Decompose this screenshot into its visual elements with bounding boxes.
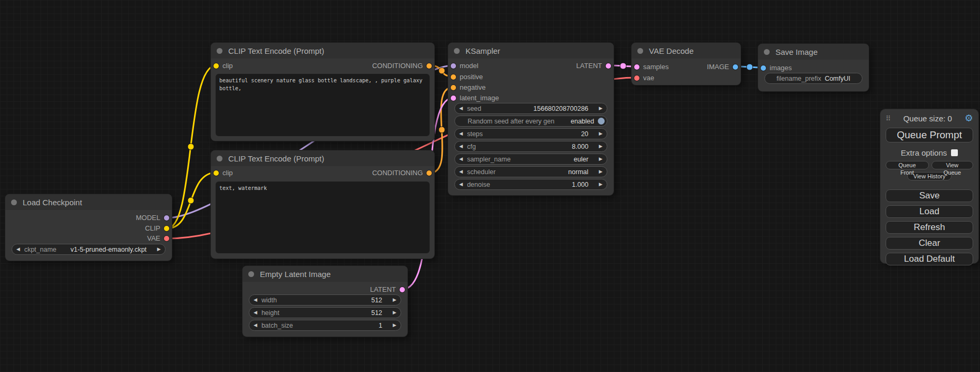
left-arrow-icon[interactable]: ◀: [455, 169, 467, 174]
latent-output-port[interactable]: [400, 287, 405, 292]
vae-output-port[interactable]: [164, 236, 169, 241]
steps-widget[interactable]: ◀ steps 20 ▶: [454, 128, 607, 139]
random-seed-widget[interactable]: Random seed after every gen enabled: [454, 116, 607, 127]
node-title-bar[interactable]: KSampler: [448, 43, 614, 59]
widget-value: 1: [379, 322, 389, 329]
batch-size-widget[interactable]: ◀ batch_size 1 ▶: [249, 320, 401, 331]
toggle-circle-icon[interactable]: [598, 118, 605, 125]
conditioning-output-port[interactable]: [426, 170, 432, 176]
view-history-button[interactable]: View History: [907, 172, 952, 180]
refresh-button[interactable]: Refresh: [886, 221, 973, 234]
wire-midpoint-dot[interactable]: [188, 144, 194, 150]
cfg-widget[interactable]: ◀ cfg 8.000 ▶: [454, 141, 607, 152]
node-collapse-dot[interactable]: [637, 48, 643, 54]
node-collapse-dot[interactable]: [454, 48, 460, 54]
widget-value: 8.000: [572, 143, 595, 150]
filename-prefix-widget[interactable]: filename_prefix ComfyUI: [764, 73, 862, 84]
ckpt-name-widget[interactable]: ◀ ckpt_name v1-5-pruned-emaonly.ckpt ▶: [12, 244, 166, 255]
extra-options-checkbox[interactable]: [951, 149, 958, 156]
right-arrow-icon[interactable]: ▶: [595, 157, 607, 161]
widget-label: width: [261, 297, 277, 304]
right-arrow-icon[interactable]: ▶: [595, 169, 607, 174]
left-arrow-icon[interactable]: ◀: [455, 144, 467, 149]
node-graph-canvas[interactable]: Load Checkpoint MODEL CLIP VAE ◀ ckpt_na…: [0, 0, 980, 372]
latent-image-input-port[interactable]: [451, 96, 456, 101]
node-collapse-dot[interactable]: [764, 49, 770, 55]
wire-midpoint-dot[interactable]: [620, 63, 626, 69]
prompt-text-area[interactable]: text, watermark: [216, 182, 430, 253]
left-arrow-icon[interactable]: ◀: [455, 106, 467, 111]
clear-button[interactable]: Clear: [886, 237, 973, 250]
right-arrow-icon[interactable]: ▶: [389, 323, 401, 328]
queue-prompt-button[interactable]: Queue Prompt: [886, 128, 973, 142]
wire-midpoint-dot[interactable]: [188, 197, 194, 204]
vae-input-port[interactable]: [634, 75, 639, 81]
node-title-bar[interactable]: VAE Decode: [632, 43, 741, 59]
node-collapse-dot[interactable]: [248, 271, 254, 277]
drag-handle-icon[interactable]: ⠿: [886, 115, 891, 122]
prompt-text-area[interactable]: beautiful scenery nature glass bottle la…: [216, 74, 430, 136]
node-clip-text-encode-positive[interactable]: CLIP Text Encode (Prompt) clip CONDITION…: [211, 43, 434, 141]
conditioning-output-port[interactable]: [426, 63, 432, 69]
right-arrow-icon[interactable]: ▶: [595, 131, 607, 136]
left-arrow-icon[interactable]: ◀: [455, 182, 467, 187]
sampler-name-widget[interactable]: ◀ sampler_name euler ▶: [454, 154, 607, 165]
left-arrow-icon[interactable]: ◀: [455, 131, 467, 136]
node-title-bar[interactable]: CLIP Text Encode (Prompt): [211, 43, 434, 59]
positive-input-port[interactable]: [451, 74, 456, 80]
right-arrow-icon[interactable]: ▶: [153, 247, 165, 252]
right-arrow-icon[interactable]: ▶: [389, 310, 401, 315]
gear-icon[interactable]: ⚙: [965, 113, 973, 123]
output-label: LATENT: [370, 285, 396, 293]
clip-input-port[interactable]: [214, 63, 219, 69]
view-queue-button[interactable]: View Queue: [932, 161, 973, 169]
image-output-port[interactable]: [733, 64, 738, 70]
clip-input-port[interactable]: [214, 170, 219, 176]
widget-label: scheduler: [467, 168, 496, 176]
node-empty-latent-image[interactable]: Empty Latent Image LATENT ◀ width 512 ▶ …: [242, 266, 407, 337]
left-arrow-icon[interactable]: ◀: [249, 323, 261, 328]
right-arrow-icon[interactable]: ▶: [389, 298, 401, 302]
seed-widget[interactable]: ◀ seed 156680208700286 ▶: [454, 103, 607, 114]
node-title-bar[interactable]: Empty Latent Image: [242, 266, 407, 282]
load-button[interactable]: Load: [886, 205, 973, 218]
input-label: vae: [643, 74, 654, 82]
node-vae-decode[interactable]: VAE Decode samples IMAGE vae: [632, 43, 741, 85]
right-arrow-icon[interactable]: ▶: [595, 106, 607, 111]
node-clip-text-encode-negative[interactable]: CLIP Text Encode (Prompt) clip CONDITION…: [211, 150, 434, 259]
queue-front-button[interactable]: Queue Front: [886, 161, 929, 169]
height-widget[interactable]: ◀ height 512 ▶: [249, 307, 401, 318]
latent-output-port[interactable]: [606, 63, 611, 69]
left-arrow-icon[interactable]: ◀: [249, 310, 261, 315]
node-collapse-dot[interactable]: [217, 48, 222, 54]
width-widget[interactable]: ◀ width 512 ▶: [249, 294, 401, 306]
images-input-port[interactable]: [761, 65, 766, 71]
node-title-bar[interactable]: Save Image: [758, 44, 869, 60]
scheduler-widget[interactable]: ◀ scheduler normal ▶: [454, 166, 607, 177]
left-arrow-icon[interactable]: ◀: [12, 247, 24, 252]
denoise-widget[interactable]: ◀ denoise 1.000 ▶: [454, 179, 607, 190]
wire-midpoint-dot[interactable]: [439, 127, 445, 133]
left-arrow-icon[interactable]: ◀: [455, 157, 467, 161]
node-title-bar[interactable]: Load Checkpoint: [5, 194, 172, 210]
model-input-port[interactable]: [451, 63, 456, 69]
node-save-image[interactable]: Save Image images filename_prefix ComfyU…: [758, 44, 869, 91]
model-output-port[interactable]: [164, 215, 169, 221]
node-collapse-dot[interactable]: [11, 199, 17, 205]
negative-input-port[interactable]: [451, 85, 456, 90]
save-button[interactable]: Save: [886, 189, 973, 202]
node-title-bar[interactable]: CLIP Text Encode (Prompt): [211, 150, 434, 166]
node-ksampler[interactable]: KSampler model LATENT positive negative …: [448, 43, 614, 195]
node-collapse-dot[interactable]: [217, 156, 222, 161]
wire-midpoint-dot[interactable]: [746, 64, 753, 70]
node-title: Save Image: [775, 47, 818, 56]
node-load-checkpoint[interactable]: Load Checkpoint MODEL CLIP VAE ◀ ckpt_na…: [5, 194, 172, 261]
samples-input-port[interactable]: [634, 64, 639, 70]
right-arrow-icon[interactable]: ▶: [595, 144, 607, 149]
wire-midpoint-dot[interactable]: [439, 68, 445, 74]
left-arrow-icon[interactable]: ◀: [249, 298, 261, 302]
load-default-button[interactable]: Load Default: [886, 253, 973, 265]
clip-output-port[interactable]: [164, 226, 169, 231]
input-label: negative: [460, 83, 486, 91]
right-arrow-icon[interactable]: ▶: [595, 182, 607, 187]
